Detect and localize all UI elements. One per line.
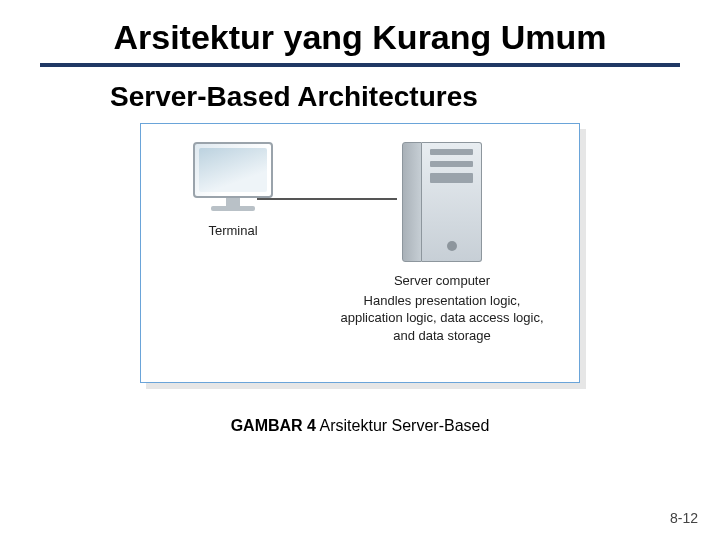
- server-label-desc: Handles presentation logic, application …: [340, 293, 543, 343]
- caption-bold: GAMBAR 4: [231, 417, 316, 434]
- monitor-icon: [186, 142, 281, 212]
- caption-text: Arsitektur Server-Based: [316, 417, 489, 434]
- diagram-container: Terminal Server computer: [140, 123, 580, 383]
- figure-caption: GAMBAR 4 Arsitektur Server-Based: [40, 417, 680, 435]
- section-subtitle: Server-Based Architectures: [110, 81, 680, 113]
- terminal-label: Terminal: [208, 222, 257, 240]
- server-label: Server computer Handles presentation log…: [332, 272, 552, 344]
- server-tower-icon: [402, 142, 482, 262]
- title-divider: [40, 63, 680, 67]
- page-title: Arsitektur yang Kurang Umum: [40, 18, 680, 63]
- diagram: Terminal Server computer: [140, 123, 580, 383]
- diagram-inner: Terminal Server computer: [141, 124, 579, 382]
- terminal-node: Terminal: [168, 142, 298, 240]
- server-node: Server computer Handles presentation log…: [332, 142, 552, 344]
- slide: Arsitektur yang Kurang Umum Server-Based…: [0, 0, 720, 540]
- page-number: 8-12: [670, 510, 698, 526]
- server-label-lead: Server computer: [332, 272, 552, 290]
